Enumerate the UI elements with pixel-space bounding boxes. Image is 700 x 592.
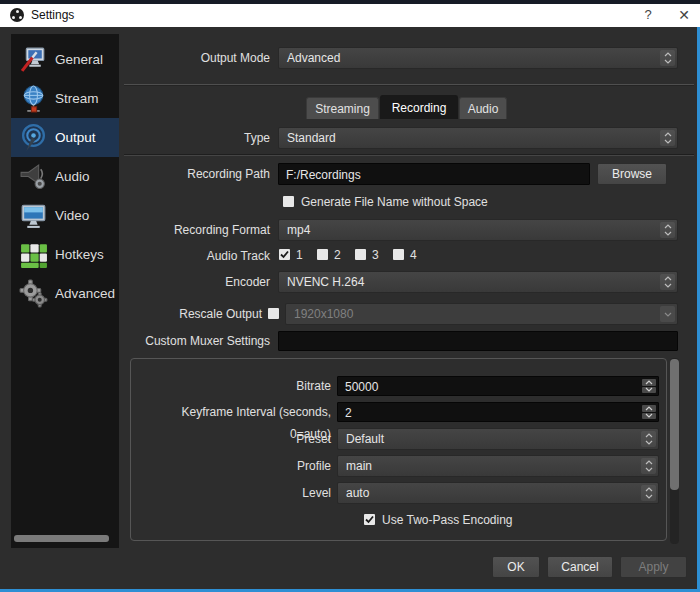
audio-track-4-label: 4 xyxy=(410,248,417,262)
generate-no-space-label: Generate File Name without Space xyxy=(301,195,488,209)
settings-category-list: General Stream xyxy=(11,34,119,548)
recording-path-label: Recording Path xyxy=(130,163,270,185)
separator xyxy=(124,84,694,86)
encoder-settings-scrollbar-thumb[interactable] xyxy=(670,359,679,490)
bitrate-input[interactable]: 50000 xyxy=(337,376,659,396)
output-mode-select[interactable]: Advanced xyxy=(278,47,678,69)
profile-select[interactable]: main xyxy=(337,455,659,477)
settings-window: Settings ? ✕ General xyxy=(0,0,700,592)
generate-no-space-checkbox[interactable] xyxy=(283,196,294,207)
level-select[interactable]: auto xyxy=(337,482,659,504)
general-icon xyxy=(19,45,48,74)
advanced-icon xyxy=(19,279,48,308)
two-pass-checkbox[interactable] xyxy=(364,514,375,525)
recording-path-input[interactable]: F:/Recordings xyxy=(278,163,590,185)
spin-up-icon xyxy=(642,405,656,412)
close-button[interactable]: ✕ xyxy=(668,4,700,27)
audio-track-4-checkbox[interactable] xyxy=(393,249,404,260)
keyframe-interval-input[interactable]: 2 xyxy=(337,402,659,422)
audio-track-1-checkbox[interactable] xyxy=(279,249,290,260)
hotkeys-icon xyxy=(19,240,48,269)
rescale-output-label: Rescale Output xyxy=(122,303,262,325)
sidebar-item-audio[interactable]: Audio xyxy=(11,157,119,196)
audio-icon xyxy=(19,162,48,191)
type-select[interactable]: Standard xyxy=(278,127,678,149)
audio-track-3-label: 3 xyxy=(372,248,379,262)
spin-down-icon xyxy=(642,413,656,420)
bitrate-label: Bitrate xyxy=(140,375,331,397)
output-icon xyxy=(19,123,48,152)
level-label: Level xyxy=(140,482,331,504)
audio-track-3-checkbox[interactable] xyxy=(355,249,366,260)
titlebar[interactable]: Settings ? ✕ xyxy=(0,4,700,27)
output-mode-label: Output Mode xyxy=(130,47,270,69)
chevron-updown-icon xyxy=(660,274,675,290)
tab-audio[interactable]: Audio xyxy=(459,97,507,119)
spin-up-icon xyxy=(642,379,656,386)
sidebar-item-general[interactable]: General xyxy=(11,40,119,79)
preset-label: Preset xyxy=(140,428,331,450)
video-icon xyxy=(19,201,48,230)
audio-track-1-label: 1 xyxy=(296,248,303,262)
two-pass-label: Use Two-Pass Encoding xyxy=(382,513,513,527)
recording-format-select[interactable]: mp4 xyxy=(278,219,678,241)
sidebar-item-output[interactable]: Output xyxy=(11,118,119,157)
audio-track-2-checkbox[interactable] xyxy=(317,249,328,260)
type-label: Type xyxy=(130,127,270,149)
preset-select[interactable]: Default xyxy=(337,428,659,450)
apply-button[interactable]: Apply xyxy=(620,556,687,578)
custom-muxer-label: Custom Muxer Settings xyxy=(130,330,270,352)
separator xyxy=(124,154,694,156)
audio-track-2-label: 2 xyxy=(334,248,341,262)
spin-down-icon xyxy=(642,387,656,394)
recording-format-label: Recording Format xyxy=(130,219,270,241)
chevron-down-icon xyxy=(660,306,675,322)
audio-track-label: Audio Track xyxy=(130,245,270,267)
keyframe-interval-label: Keyframe Interval (seconds, 0=auto) xyxy=(140,401,331,423)
encoder-label: Encoder xyxy=(130,271,270,293)
sidebar-item-video[interactable]: Video xyxy=(11,196,119,235)
window-title: Settings xyxy=(31,4,74,27)
chevron-updown-icon xyxy=(660,222,675,238)
profile-label: Profile xyxy=(140,455,331,477)
help-button[interactable]: ? xyxy=(630,4,666,27)
custom-muxer-input[interactable] xyxy=(278,331,678,351)
ok-button[interactable]: OK xyxy=(492,556,540,578)
sidebar-horizontal-scrollbar[interactable] xyxy=(14,535,109,542)
chevron-updown-icon xyxy=(660,50,675,66)
rescale-output-checkbox[interactable] xyxy=(268,308,279,319)
chevron-updown-icon xyxy=(660,130,675,146)
tab-streaming[interactable]: Streaming xyxy=(306,97,379,119)
chevron-updown-icon xyxy=(641,431,656,447)
chevron-updown-icon xyxy=(641,458,656,474)
sidebar-item-stream[interactable]: Stream xyxy=(11,79,119,118)
spinner-buttons[interactable] xyxy=(642,405,656,419)
chevron-updown-icon xyxy=(641,485,656,501)
encoder-select[interactable]: NVENC H.264 xyxy=(278,271,678,293)
sidebar-item-hotkeys[interactable]: Hotkeys xyxy=(11,235,119,274)
stream-icon xyxy=(19,84,48,113)
obs-logo-icon xyxy=(10,8,24,22)
rescale-resolution-select: 1920x1080 xyxy=(285,303,678,325)
tab-recording[interactable]: Recording xyxy=(380,95,458,119)
sidebar-item-advanced[interactable]: Advanced xyxy=(11,274,119,313)
browse-button[interactable]: Browse xyxy=(597,163,667,185)
cancel-button[interactable]: Cancel xyxy=(547,556,613,578)
spinner-buttons[interactable] xyxy=(642,379,656,393)
